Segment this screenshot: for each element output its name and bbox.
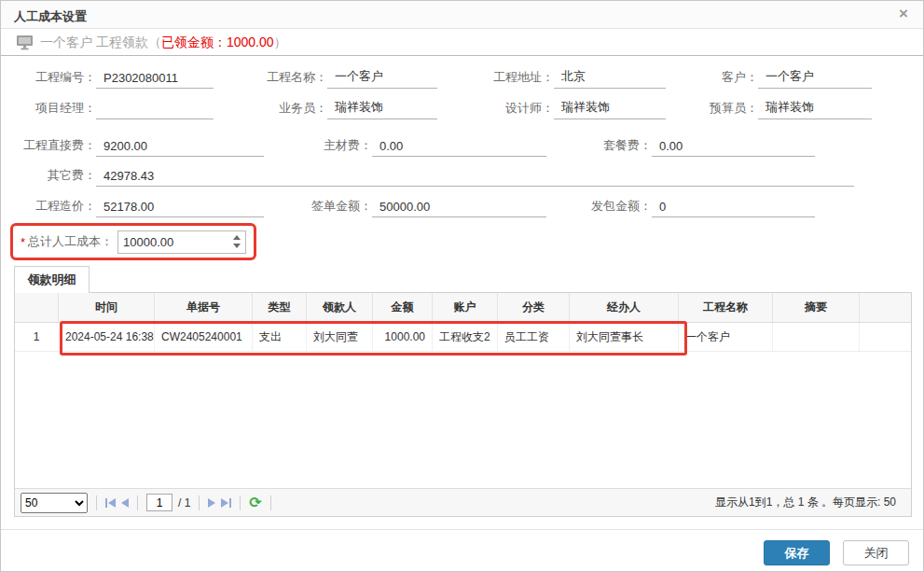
col-header-category[interactable]: 分类 — [498, 293, 570, 322]
salesman-value[interactable]: 瑞祥装饰 — [327, 99, 437, 119]
field-outsource-amount: 发包金额： 0 — [570, 195, 815, 217]
total-labor-cost-label: 总计人工成本： — [28, 233, 113, 250]
field-project-code: 工程编号： P2302080011 — [14, 66, 214, 89]
total-labor-cost-spinner — [117, 230, 246, 254]
col-header-payee[interactable]: 领款人 — [307, 293, 373, 322]
cell-doc-no: CW2405240001 — [155, 323, 253, 351]
pager-separator — [137, 495, 138, 510]
next-page-icon[interactable] — [208, 498, 215, 508]
estimator-value[interactable]: 瑞祥装饰 — [758, 99, 872, 119]
refresh-icon[interactable]: ⟳ — [249, 495, 261, 510]
spinner-down-icon[interactable] — [233, 244, 241, 248]
pager-separator — [240, 495, 241, 510]
cell-rownum: 1 — [15, 323, 59, 351]
pagination-bar: 50 / 1 ⟳ 显示从1到1，总 1 条 。每页显示: 50 — [15, 488, 911, 516]
pager-separator — [96, 495, 97, 510]
field-project-address: 工程地址： 北京 — [481, 66, 666, 89]
paren-open: （ — [148, 35, 161, 51]
last-page-icon[interactable] — [221, 498, 231, 508]
field-salesman: 业务员： 瑞祥装饰 — [253, 97, 437, 119]
pager-separator — [199, 495, 200, 510]
cell-project-name: 一个客户 — [679, 323, 773, 351]
designer-value[interactable]: 瑞祥装饰 — [554, 99, 666, 119]
other-fee-value[interactable]: 42978.43 — [96, 169, 854, 187]
cell-payee: 刘大同萱 — [307, 323, 373, 351]
paren-close: ） — [274, 35, 287, 51]
field-project-cost: 工程造价： 52178.00 — [14, 195, 264, 217]
table-row[interactable]: 1 2024-05-24 16:38 CW2405240001 支出 刘大同萱 … — [15, 323, 911, 352]
col-header-project-name[interactable]: 工程名称 — [679, 293, 773, 322]
cell-amount: 1000.00 — [373, 323, 433, 351]
cell-empty — [860, 323, 911, 351]
page-number-input[interactable] — [146, 494, 172, 511]
close-button[interactable]: 关闭 — [843, 540, 909, 565]
col-header-amount[interactable]: 金额 — [373, 293, 433, 322]
footer-divider — [1, 529, 923, 530]
cell-time: 2024-05-24 16:38 — [59, 323, 155, 351]
project-address-value[interactable]: 北京 — [554, 68, 666, 89]
col-header-handler[interactable]: 经办人 — [570, 293, 679, 322]
col-header-empty — [860, 293, 911, 322]
field-main-material-fee: 主材费： 0.00 — [290, 134, 546, 157]
project-manager-value[interactable] — [96, 116, 214, 119]
field-direct-fee: 工程直接费： 9200.00 — [14, 134, 264, 157]
required-asterisk: * — [21, 235, 25, 249]
direct-fee-value[interactable]: 9200.00 — [96, 139, 264, 157]
field-project-name: 工程名称： 一个客户 — [253, 66, 437, 89]
payment-details-grid: 时间 单据号 类型 领款人 金额 账户 分类 经办人 工程名称 摘要 1 202… — [14, 292, 912, 517]
cell-handler: 刘大同萱事长 — [570, 323, 679, 351]
prev-page-icon[interactable] — [121, 498, 129, 508]
pager-separator — [270, 495, 271, 510]
field-estimator: 预算员： 瑞祥装饰 — [689, 97, 872, 119]
cell-summary — [773, 323, 860, 351]
field-package-fee: 套餐费： 0.00 — [570, 134, 815, 157]
field-customer: 客户： 一个客户 — [689, 66, 872, 89]
package-fee-value[interactable]: 0.00 — [652, 139, 815, 157]
grid-empty-area — [15, 352, 911, 488]
field-other-fee: 其它费： 42978.43 — [14, 164, 854, 187]
close-icon[interactable]: × — [899, 5, 908, 23]
total-labor-cost-annotation: * 总计人工成本： — [10, 223, 256, 260]
field-signed-amount: 签单金额： 50000.00 — [290, 195, 546, 217]
cell-account: 工程收支2 — [433, 323, 498, 351]
project-code-value[interactable]: P2302080011 — [96, 71, 214, 89]
dialog-titlebar: 人工成本设置 × — [1, 1, 923, 29]
col-header-account[interactable]: 账户 — [433, 293, 498, 322]
received-amount-text: 已领金额：1000.00 — [161, 35, 274, 51]
labor-cost-settings-dialog: 人工成本设置 × 一个客户 工程领款 （ 已领金额：1000.00 ） 工程编号… — [0, 0, 924, 572]
save-button[interactable]: 保存 — [764, 540, 830, 565]
col-header-rownum[interactable] — [15, 293, 59, 322]
pagination-info: 显示从1到1，总 1 条 。每页显示: 50 — [715, 495, 905, 510]
monitor-icon — [16, 35, 34, 50]
col-header-type[interactable]: 类型 — [253, 293, 307, 322]
total-labor-cost-input[interactable] — [118, 234, 216, 250]
cell-type: 支出 — [253, 323, 307, 351]
customer-value[interactable]: 一个客户 — [758, 68, 872, 89]
page-size-select[interactable]: 50 — [21, 493, 88, 513]
col-header-doc-no[interactable]: 单据号 — [155, 293, 253, 322]
first-page-icon[interactable] — [105, 498, 116, 508]
outsource-amount-value[interactable]: 0 — [652, 200, 815, 217]
spinner-up-icon[interactable] — [233, 235, 241, 240]
col-header-time[interactable]: 时间 — [59, 293, 155, 322]
project-summary-bar: 一个客户 工程领款 （ 已领金额：1000.00 ） — [1, 30, 923, 56]
total-pages-label: / 1 — [178, 496, 190, 509]
dialog-title: 人工成本设置 — [14, 8, 87, 25]
project-cost-value[interactable]: 52178.00 — [96, 200, 264, 217]
field-designer: 设计师： 瑞祥装饰 — [481, 97, 666, 119]
cell-category: 员工工资 — [498, 323, 570, 351]
project-name-value[interactable]: 一个客户 — [327, 68, 437, 89]
field-project-manager: 项目经理： — [14, 97, 214, 119]
tab-payment-details[interactable]: 领款明细 — [14, 266, 90, 293]
signed-amount-value[interactable]: 50000.00 — [372, 200, 546, 217]
project-payment-title: 一个客户 工程领款 — [40, 35, 148, 51]
main-material-fee-value[interactable]: 0.00 — [372, 139, 546, 157]
col-header-summary[interactable]: 摘要 — [773, 293, 860, 322]
grid-header-row: 时间 单据号 类型 领款人 金额 账户 分类 经办人 工程名称 摘要 — [15, 293, 911, 323]
